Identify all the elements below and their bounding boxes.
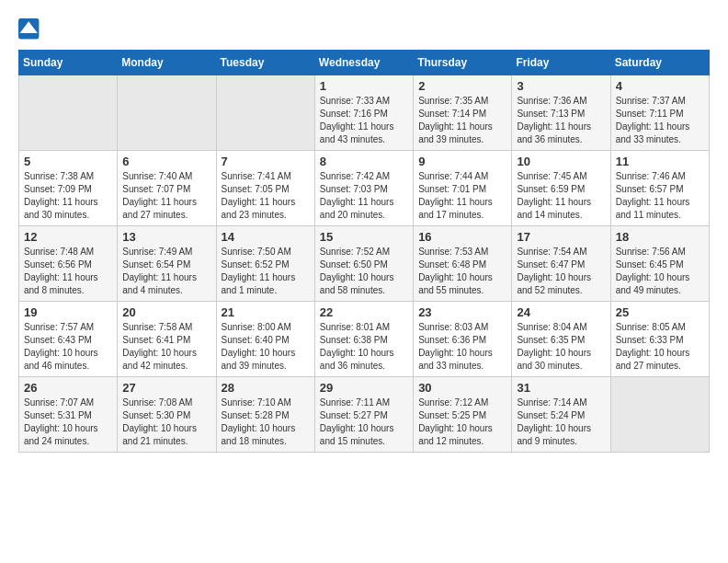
- logo: [18, 18, 44, 40]
- day-number: 2: [418, 79, 506, 93]
- day-info: Sunrise: 7:50 AM Sunset: 6:52 PM Dayligh…: [222, 246, 310, 297]
- day-info: Sunrise: 7:45 AM Sunset: 6:59 PM Dayligh…: [517, 170, 605, 222]
- page-header: [18, 18, 710, 40]
- day-number: 25: [616, 305, 704, 319]
- day-info: Sunrise: 8:00 AM Sunset: 6:40 PM Dayligh…: [222, 321, 310, 373]
- calendar-cell: 18Sunrise: 7:56 AM Sunset: 6:45 PM Dayli…: [610, 226, 709, 302]
- calendar-cell: 7Sunrise: 7:41 AM Sunset: 7:05 PM Daylig…: [216, 151, 314, 226]
- calendar-cell: [19, 75, 118, 151]
- day-info: Sunrise: 7:44 AM Sunset: 7:01 PM Dayligh…: [418, 170, 506, 222]
- calendar-cell: 20Sunrise: 7:58 AM Sunset: 6:41 PM Dayli…: [118, 302, 216, 377]
- calendar-cell: 16Sunrise: 7:53 AM Sunset: 6:48 PM Dayli…: [414, 226, 512, 302]
- calendar-cell: 3Sunrise: 7:36 AM Sunset: 7:13 PM Daylig…: [512, 75, 610, 151]
- calendar-week-3: 12Sunrise: 7:48 AM Sunset: 6:56 PM Dayli…: [19, 226, 710, 302]
- day-number: 16: [418, 230, 506, 244]
- day-number: 7: [222, 155, 310, 168]
- day-number: 1: [320, 79, 408, 93]
- calendar-week-4: 19Sunrise: 7:57 AM Sunset: 6:43 PM Dayli…: [19, 302, 710, 377]
- day-number: 4: [616, 79, 704, 93]
- day-number: 24: [517, 305, 605, 319]
- day-info: Sunrise: 7:49 AM Sunset: 6:54 PM Dayligh…: [122, 246, 210, 297]
- day-info: Sunrise: 7:46 AM Sunset: 6:57 PM Dayligh…: [616, 170, 704, 222]
- day-info: Sunrise: 7:41 AM Sunset: 7:05 PM Dayligh…: [222, 170, 310, 222]
- calendar-cell: 26Sunrise: 7:07 AM Sunset: 5:31 PM Dayli…: [19, 377, 118, 453]
- day-info: Sunrise: 7:48 AM Sunset: 6:56 PM Dayligh…: [24, 246, 112, 297]
- day-number: 5: [24, 155, 112, 168]
- day-number: 18: [616, 230, 704, 244]
- day-number: 13: [122, 230, 210, 244]
- calendar-cell: 4Sunrise: 7:37 AM Sunset: 7:11 PM Daylig…: [610, 75, 709, 151]
- calendar-cell: 12Sunrise: 7:48 AM Sunset: 6:56 PM Dayli…: [19, 226, 118, 302]
- calendar-cell: 19Sunrise: 7:57 AM Sunset: 6:43 PM Dayli…: [19, 302, 118, 377]
- calendar-cell: 23Sunrise: 8:03 AM Sunset: 6:36 PM Dayli…: [414, 302, 512, 377]
- calendar-table: SundayMondayTuesdayWednesdayThursdayFrid…: [18, 50, 710, 453]
- day-number: 29: [320, 381, 408, 395]
- day-info: Sunrise: 7:58 AM Sunset: 6:41 PM Dayligh…: [122, 321, 210, 373]
- calendar-cell: 31Sunrise: 7:14 AM Sunset: 5:24 PM Dayli…: [512, 377, 610, 453]
- day-info: Sunrise: 7:57 AM Sunset: 6:43 PM Dayligh…: [24, 321, 112, 373]
- day-number: 15: [320, 230, 408, 244]
- weekday-header-row: SundayMondayTuesdayWednesdayThursdayFrid…: [19, 51, 710, 75]
- day-number: 20: [122, 305, 210, 319]
- weekday-header-tuesday: Tuesday: [216, 51, 314, 75]
- calendar-week-2: 5Sunrise: 7:38 AM Sunset: 7:09 PM Daylig…: [19, 151, 710, 226]
- day-number: 26: [24, 381, 112, 395]
- day-number: 31: [517, 381, 605, 395]
- weekday-header-thursday: Thursday: [414, 51, 512, 75]
- calendar-cell: 17Sunrise: 7:54 AM Sunset: 6:47 PM Dayli…: [512, 226, 610, 302]
- day-number: 28: [222, 381, 310, 395]
- day-number: 6: [122, 155, 210, 168]
- calendar-week-1: 1Sunrise: 7:33 AM Sunset: 7:16 PM Daylig…: [19, 75, 710, 151]
- weekday-header-friday: Friday: [512, 51, 610, 75]
- day-info: Sunrise: 7:12 AM Sunset: 5:25 PM Dayligh…: [418, 396, 506, 448]
- day-number: 8: [320, 155, 408, 168]
- weekday-header-saturday: Saturday: [610, 51, 709, 75]
- day-info: Sunrise: 7:35 AM Sunset: 7:14 PM Dayligh…: [418, 95, 506, 146]
- day-info: Sunrise: 7:10 AM Sunset: 5:28 PM Dayligh…: [222, 396, 310, 448]
- calendar-cell: 10Sunrise: 7:45 AM Sunset: 6:59 PM Dayli…: [512, 151, 610, 226]
- day-info: Sunrise: 7:36 AM Sunset: 7:13 PM Dayligh…: [517, 95, 605, 146]
- calendar-cell: [610, 377, 709, 453]
- weekday-header-monday: Monday: [118, 51, 216, 75]
- day-number: 21: [222, 305, 310, 319]
- day-info: Sunrise: 7:54 AM Sunset: 6:47 PM Dayligh…: [517, 246, 605, 297]
- calendar-cell: 6Sunrise: 7:40 AM Sunset: 7:07 PM Daylig…: [118, 151, 216, 226]
- day-number: 30: [418, 381, 506, 395]
- calendar-cell: 11Sunrise: 7:46 AM Sunset: 6:57 PM Dayli…: [610, 151, 709, 226]
- day-info: Sunrise: 7:53 AM Sunset: 6:48 PM Dayligh…: [418, 246, 506, 297]
- calendar-cell: 27Sunrise: 7:08 AM Sunset: 5:30 PM Dayli…: [118, 377, 216, 453]
- calendar-cell: [118, 75, 216, 151]
- day-number: 11: [616, 155, 704, 168]
- day-number: 10: [517, 155, 605, 168]
- calendar-cell: 29Sunrise: 7:11 AM Sunset: 5:27 PM Dayli…: [314, 377, 413, 453]
- calendar-cell: 2Sunrise: 7:35 AM Sunset: 7:14 PM Daylig…: [414, 75, 512, 151]
- calendar-cell: 21Sunrise: 8:00 AM Sunset: 6:40 PM Dayli…: [216, 302, 314, 377]
- calendar-cell: 5Sunrise: 7:38 AM Sunset: 7:09 PM Daylig…: [19, 151, 118, 226]
- day-info: Sunrise: 7:14 AM Sunset: 5:24 PM Dayligh…: [517, 396, 605, 448]
- day-info: Sunrise: 7:33 AM Sunset: 7:16 PM Dayligh…: [320, 95, 408, 146]
- day-number: 19: [24, 305, 112, 319]
- calendar-cell: 30Sunrise: 7:12 AM Sunset: 5:25 PM Dayli…: [414, 377, 512, 453]
- calendar-cell: 14Sunrise: 7:50 AM Sunset: 6:52 PM Dayli…: [216, 226, 314, 302]
- day-info: Sunrise: 7:11 AM Sunset: 5:27 PM Dayligh…: [320, 396, 408, 448]
- day-info: Sunrise: 7:56 AM Sunset: 6:45 PM Dayligh…: [616, 246, 704, 297]
- day-number: 3: [517, 79, 605, 93]
- day-info: Sunrise: 8:01 AM Sunset: 6:38 PM Dayligh…: [320, 321, 408, 373]
- calendar-cell: 25Sunrise: 8:05 AM Sunset: 6:33 PM Dayli…: [610, 302, 709, 377]
- calendar-cell: 13Sunrise: 7:49 AM Sunset: 6:54 PM Dayli…: [118, 226, 216, 302]
- day-info: Sunrise: 7:52 AM Sunset: 6:50 PM Dayligh…: [320, 246, 408, 297]
- day-number: 14: [222, 230, 310, 244]
- day-number: 12: [24, 230, 112, 244]
- day-number: 27: [122, 381, 210, 395]
- day-info: Sunrise: 7:08 AM Sunset: 5:30 PM Dayligh…: [122, 396, 210, 448]
- calendar-cell: 8Sunrise: 7:42 AM Sunset: 7:03 PM Daylig…: [314, 151, 413, 226]
- weekday-header-wednesday: Wednesday: [314, 51, 413, 75]
- day-info: Sunrise: 7:07 AM Sunset: 5:31 PM Dayligh…: [24, 396, 112, 448]
- day-number: 17: [517, 230, 605, 244]
- calendar-cell: 28Sunrise: 7:10 AM Sunset: 5:28 PM Dayli…: [216, 377, 314, 453]
- day-info: Sunrise: 7:42 AM Sunset: 7:03 PM Dayligh…: [320, 170, 408, 222]
- day-number: 9: [418, 155, 506, 168]
- calendar-cell: [216, 75, 314, 151]
- day-info: Sunrise: 7:38 AM Sunset: 7:09 PM Dayligh…: [24, 170, 112, 222]
- calendar-cell: 22Sunrise: 8:01 AM Sunset: 6:38 PM Dayli…: [314, 302, 413, 377]
